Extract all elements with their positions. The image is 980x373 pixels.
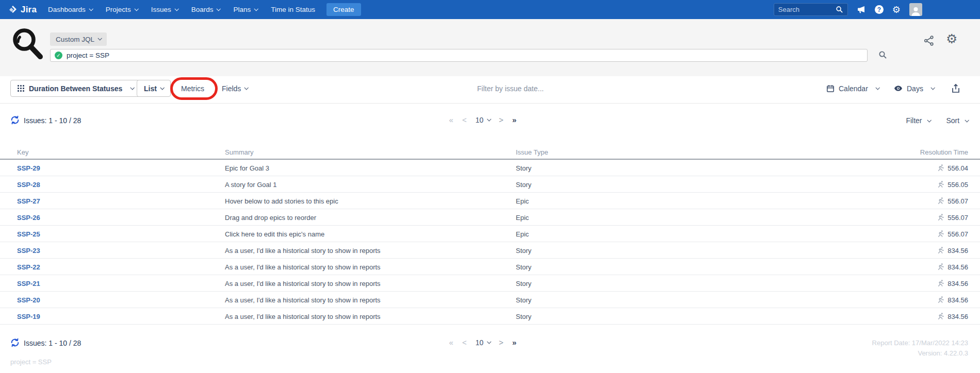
jql-input[interactable]: ✓ project = SSP [50, 49, 868, 62]
issue-resolution-time: 834.56 [937, 263, 968, 270]
query-header: Custom JQL ✓ project = SSP ⚙ [0, 19, 980, 76]
jql-echo: project = SSP [10, 358, 52, 366]
create-button[interactable]: Create [326, 3, 361, 16]
last-page-button[interactable]: » [512, 115, 516, 124]
issue-summary: Epic for Goal 3 [225, 164, 269, 172]
prev-page-button[interactable]: < [462, 115, 467, 124]
table-row: SSP-22 As a user, I'd like a historical … [0, 259, 980, 275]
table-row: SSP-26 Drag and drop epics to reorder Ep… [0, 209, 980, 226]
table-row: SSP-27 Hover below to add stories to thi… [0, 193, 980, 209]
runner-icon [937, 263, 944, 270]
next-page-button[interactable]: > [499, 115, 503, 124]
issue-type: Story [516, 180, 531, 188]
report-type-selector[interactable]: Duration Between Statuses [10, 80, 141, 97]
report-version: Version: 4.22.0.3 [918, 349, 968, 357]
search-icon [836, 6, 843, 13]
view-selector[interactable]: List [137, 80, 171, 97]
issue-table: Key Summary Issue Type Resolution Time S… [0, 145, 980, 325]
issues-count: Issues: 1 - 10 / 28 [24, 339, 81, 347]
jql-type-selector[interactable]: Custom JQL [50, 32, 107, 46]
export-icon[interactable] [951, 80, 961, 97]
report-settings-gear-icon[interactable]: ⚙ [946, 31, 957, 46]
jira-brand[interactable]: Jira [7, 5, 37, 15]
jira-logo-icon [7, 5, 18, 15]
refresh-icon[interactable] [10, 338, 20, 347]
issue-key-link[interactable]: SSP-22 [17, 263, 40, 270]
issue-key-link[interactable]: SSP-19 [17, 312, 40, 320]
chevron-down-icon [487, 117, 491, 121]
issue-resolution-time: 556.07 [937, 213, 968, 221]
chevron-down-icon [254, 7, 258, 11]
issue-key-link[interactable]: SSP-25 [17, 230, 40, 238]
prev-page-button[interactable]: < [462, 338, 467, 347]
page-size-select[interactable]: 10 [476, 116, 491, 124]
primary-nav: DashboardsProjectsIssuesBoardsPlansTime … [48, 6, 315, 13]
page-size-select[interactable]: 10 [476, 338, 491, 347]
share-icon[interactable] [923, 35, 935, 46]
issue-resolution-time: 556.04 [937, 164, 968, 172]
run-query-search-icon[interactable] [878, 50, 887, 59]
issue-type: Story [516, 263, 531, 270]
table-row: SSP-28 A story for Goal 1 Story 556.05 [0, 176, 980, 193]
tab-fields[interactable]: Fields [222, 80, 248, 97]
runner-icon [937, 181, 944, 188]
table-row: SSP-25 Click here to edit this epic's na… [0, 226, 980, 242]
table-row: SSP-20 As a user, I'd like a historical … [0, 292, 980, 308]
runner-icon [937, 247, 944, 254]
nav-item-dashboards[interactable]: Dashboards [48, 6, 92, 13]
issue-key-link[interactable]: SSP-27 [17, 197, 40, 205]
nav-item-boards[interactable]: Boards [191, 6, 220, 13]
issue-key-link[interactable]: SSP-20 [17, 296, 40, 303]
jql-valid-icon: ✓ [55, 52, 62, 59]
column-header-summary: Summary [225, 148, 254, 156]
chevron-down-icon [130, 86, 135, 90]
user-avatar[interactable] [909, 3, 922, 16]
issue-type: Story [516, 312, 531, 320]
nav-item-time-in-status[interactable]: Time in Status [271, 6, 315, 13]
issue-key-link[interactable]: SSP-29 [17, 164, 40, 172]
issue-type: Story [516, 164, 531, 172]
issue-summary: Drag and drop epics to reorder [225, 213, 316, 221]
tab-metrics[interactable]: Metrics [181, 80, 204, 97]
issue-summary: As a user, I'd like a historical story t… [225, 263, 381, 270]
refresh-icon[interactable] [10, 115, 20, 125]
first-page-button[interactable]: « [449, 115, 453, 124]
filter-menu[interactable]: Filter [906, 116, 930, 125]
report-date: Report Date: 17/Mar/2022 14:23 [872, 339, 968, 347]
issue-key-link[interactable]: SSP-23 [17, 246, 40, 254]
jql-query-text: project = SSP [67, 52, 109, 59]
issue-summary: As a user, I'd like a historical story t… [225, 312, 381, 320]
sort-menu[interactable]: Sort [946, 116, 968, 125]
last-page-button[interactable]: » [512, 338, 516, 347]
nav-item-projects[interactable]: Projects [106, 6, 138, 13]
time-unit-selector[interactable]: Days [894, 80, 934, 97]
report-toolbar: Duration Between Statuses List Metrics F… [0, 76, 980, 103]
chevron-down-icon [89, 7, 93, 11]
global-search-box[interactable] [774, 3, 848, 16]
next-page-button[interactable]: > [499, 338, 503, 347]
issue-key-link[interactable]: SSP-26 [17, 213, 40, 221]
chevron-down-icon [875, 86, 879, 90]
nav-item-plans[interactable]: Plans [233, 6, 257, 13]
pagination-bottom: « < 10 > » [449, 338, 517, 347]
megaphone-icon[interactable] [857, 5, 866, 14]
issue-date-filter[interactable]: Filter by issue date... [477, 80, 544, 97]
issue-resolution-time: 556.05 [937, 180, 968, 188]
first-page-button[interactable]: « [449, 338, 453, 347]
page: Jira DashboardsProjectsIssuesBoardsPlans… [0, 0, 980, 373]
issues-count: Issues: 1 - 10 / 28 [24, 116, 81, 125]
table-row: SSP-21 As a user, I'd like a historical … [0, 275, 980, 292]
table-row: SSP-19 As a user, I'd like a historical … [0, 308, 980, 325]
runner-icon [937, 296, 944, 303]
eye-icon [894, 84, 903, 93]
global-search-input[interactable] [778, 6, 836, 13]
table-row: SSP-23 As a user, I'd like a historical … [0, 242, 980, 259]
top-navigation: Jira DashboardsProjectsIssuesBoardsPlans… [0, 0, 980, 19]
issue-key-link[interactable]: SSP-28 [17, 180, 40, 188]
calendar-selector[interactable]: Calendar [826, 80, 879, 97]
runner-icon [937, 313, 944, 320]
help-icon[interactable]: ? [875, 5, 884, 14]
issue-key-link[interactable]: SSP-21 [17, 279, 40, 287]
nav-item-issues[interactable]: Issues [151, 6, 178, 13]
admin-gear-icon[interactable]: ⚙ [892, 5, 901, 14]
